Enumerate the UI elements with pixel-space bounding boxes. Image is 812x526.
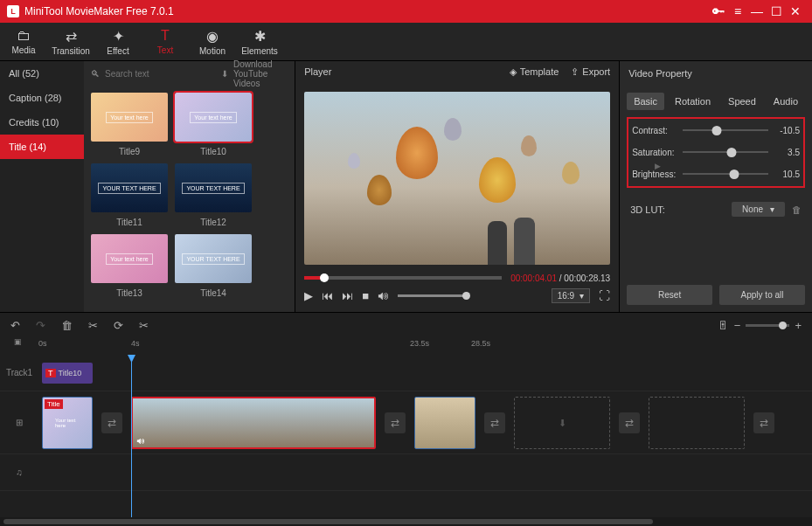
undo-button[interactable]: ↶ <box>10 319 20 332</box>
search-input[interactable] <box>105 69 216 79</box>
toolbar-motion[interactable]: ◉Motion <box>189 23 236 60</box>
main-toolbar: 🗀Media⇄Transition✦EffectTText◉Motion✱Ele… <box>0 23 812 61</box>
property-title: Video Property <box>628 68 692 79</box>
stop-button[interactable]: ■ <box>362 289 369 302</box>
zoom-out-button[interactable]: − <box>734 319 741 332</box>
text-track: Track1 T Title10 <box>0 355 812 391</box>
export-button[interactable]: ⇪Export <box>571 66 610 78</box>
aspect-select[interactable]: 16:9▾ <box>552 288 590 303</box>
text-icon: T <box>161 28 170 44</box>
toolbar-media[interactable]: 🗀Media <box>0 23 47 60</box>
property-header: Video Property <box>620 61 812 86</box>
category-item[interactable]: Title (14) <box>0 135 84 159</box>
apply-all-button[interactable]: Apply to all <box>719 285 805 305</box>
playhead[interactable] <box>131 355 132 517</box>
download-youtube-link[interactable]: Download YouTube Videos <box>233 59 288 88</box>
zoom-in-button[interactable]: + <box>795 319 802 332</box>
delete-lut-button[interactable]: 🗑︎ <box>792 204 802 215</box>
effect-icon: ✦ <box>113 28 124 45</box>
brightness-row: Brightness: 10.5 <box>632 170 800 179</box>
export-icon: ⇪ <box>571 66 579 78</box>
tab-audio[interactable]: Audio <box>767 93 805 110</box>
seek-bar[interactable] <box>304 276 502 280</box>
library-topbar: 🔍︎ ⬇ Download YouTube Videos <box>84 61 295 86</box>
reset-button[interactable]: Reset <box>627 285 712 305</box>
drop-zone[interactable]: ⬇ <box>514 397 610 449</box>
player-controls: 00:00:04.01 / 00:00:28.13 ▶ ⏮︎ ⏭︎ ■ 🔊︎ 1… <box>295 273 619 313</box>
tab-speed[interactable]: Speed <box>721 93 763 110</box>
timeline-ruler[interactable]: ▣ 0s4s23.5s28.5s <box>0 337 812 355</box>
timeline-scrollbar[interactable] <box>0 517 812 526</box>
chevron-down-icon: ▾ <box>580 291 584 301</box>
title-thumbnail[interactable]: Your text hereTitle9 <box>91 93 168 156</box>
lut-label: 3D LUT: <box>630 204 665 215</box>
tab-basic[interactable]: Basic <box>627 93 664 110</box>
app-title: MiniTool MovieMaker Free 7.0.1 <box>24 5 709 17</box>
video-track-icon: ⊞ <box>0 418 38 427</box>
chevron-down-icon: ▾ <box>770 204 774 214</box>
saturation-slider[interactable] <box>683 151 768 154</box>
crop-button[interactable]: ✂ <box>139 319 149 332</box>
media-icon: 🗀 <box>17 28 31 44</box>
title-clip[interactable]: T Title10 <box>42 363 93 384</box>
category-item[interactable]: Credits (10) <box>0 110 84 135</box>
toolbar-effect[interactable]: ✦Effect <box>94 23 142 60</box>
contrast-label: Contrast: <box>632 126 677 135</box>
title-thumbnail[interactable]: YOUR TEXT HERETitle11 <box>91 163 168 227</box>
clip-icon[interactable]: ▣ <box>14 337 22 346</box>
split-button[interactable]: ✂︎ <box>88 319 98 332</box>
timeline-toolbar: ↶ ↷ 🗑︎ ✂︎ ⟳ ✂ 🎚︎ − + <box>0 313 812 337</box>
transition-slot[interactable]: ⇄ <box>484 412 505 433</box>
speed-button[interactable]: ⟳ <box>114 319 123 332</box>
brightness-slider[interactable] <box>683 173 768 176</box>
time-display: 00:00:04.01 / 00:00:28.13 <box>510 273 610 283</box>
transition-slot[interactable]: ⇄ <box>385 412 406 433</box>
title-media-clip[interactable]: Title Your text here <box>42 397 93 449</box>
title-thumbnail[interactable]: Your text hereTitle13 <box>91 234 168 298</box>
category-item[interactable]: Caption (28) <box>0 86 84 110</box>
next-frame-button[interactable]: ⏭︎ <box>342 289 353 302</box>
timeline-tracks: Track1 T Title10 ⊞ Title Your text here … <box>0 355 812 517</box>
close-button[interactable]: ✕ <box>786 4 805 18</box>
toolbar-text[interactable]: TText <box>142 23 189 60</box>
minimize-button[interactable]: — <box>747 4 767 18</box>
audio-icon[interactable]: 🎚︎ <box>718 319 729 332</box>
contrast-slider[interactable] <box>683 129 768 132</box>
volume-slider[interactable] <box>398 294 468 297</box>
title-grid: Your text hereTitle9Your text hereTitle1… <box>84 86 295 305</box>
fullscreen-button[interactable]: ⛶ <box>599 289 610 302</box>
brightness-value: 10.5 <box>774 170 800 179</box>
category-item[interactable]: All (52) <box>0 61 84 86</box>
drop-zone[interactable] <box>649 397 745 449</box>
saturation-value: 3.5 <box>774 148 800 157</box>
app-logo: L <box>7 5 19 17</box>
prev-frame-button[interactable]: ⏮︎ <box>322 289 333 302</box>
volume-icon[interactable]: 🔊︎ <box>378 289 389 302</box>
lut-select[interactable]: None▾ <box>732 202 785 217</box>
template-button[interactable]: ◈Template <box>510 66 559 78</box>
delete-button[interactable]: 🗑︎ <box>61 319 73 332</box>
key-icon[interactable]: 🔑︎ <box>709 4 728 18</box>
video-clip-2[interactable] <box>414 397 475 449</box>
transition-slot[interactable]: ⇄ <box>753 412 774 433</box>
title-thumbnail[interactable]: Your text hereTitle10 <box>175 93 252 156</box>
tab-rotation[interactable]: Rotation <box>668 93 718 110</box>
transition-slot[interactable]: ⇄ <box>101 412 122 433</box>
category-list: All (52)Caption (28)Credits (10)Title (1… <box>0 61 84 312</box>
title-thumbnail[interactable]: YOUR TEXT HERETitle14 <box>175 234 252 298</box>
color-adjust-group: Contrast: -10.5 Saturation: 3.5 Brightne… <box>627 117 805 188</box>
toolbar-elements[interactable]: ✱Elements <box>236 23 283 60</box>
maximize-button[interactable]: ☐ <box>767 4 786 18</box>
transition-slot[interactable]: ⇄ <box>619 412 640 433</box>
ruler-mark: 23.5s <box>410 339 429 348</box>
play-button[interactable]: ▶ <box>304 289 313 302</box>
panel-collapse-handle[interactable]: ▶ <box>655 162 661 170</box>
brightness-label: Brightness: <box>632 170 677 179</box>
video-clip-1[interactable]: 🔊︎ <box>131 397 376 449</box>
zoom-slider[interactable] <box>746 324 789 327</box>
title-thumbnail[interactable]: YOUR TEXT HERETitle12 <box>175 163 252 227</box>
toolbar-transition[interactable]: ⇄Transition <box>47 23 94 60</box>
player-header: Player ◈Template ⇪Export <box>295 61 619 83</box>
redo-button[interactable]: ↷ <box>36 319 45 332</box>
menu-icon[interactable]: ≡ <box>728 4 747 18</box>
